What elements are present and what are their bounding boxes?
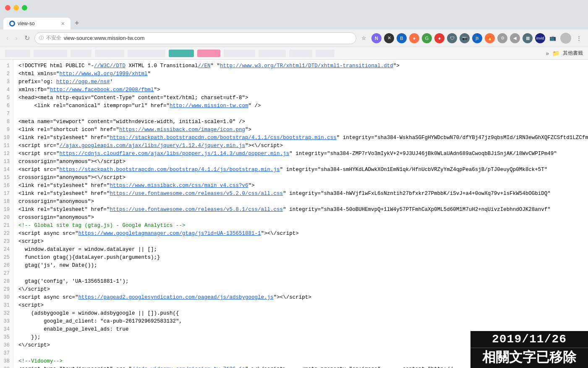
extension-icon-13[interactable]: invid [535, 33, 545, 43]
back-button[interactable]: ‹ [4, 34, 10, 43]
line-number: 10 [3, 134, 10, 142]
overlay-date: 2019/11/26 [470, 331, 588, 347]
line-number: 37 [3, 350, 10, 357]
bookmark-item-7[interactable] [197, 50, 220, 57]
code-line: <!DOCTYPE html PUBLIC "-//W3C//DTD XHTML… [18, 62, 583, 70]
code-line: crossorigin="anonymous"><\/script> [18, 174, 583, 182]
code-line: gtag('js', new Date()); [18, 262, 583, 270]
code-line: <link rel="stylesheet" href="https://use… [18, 190, 583, 198]
line-number: 1 [3, 62, 10, 70]
svg-point-0 [10, 22, 14, 25]
address-bar[interactable]: ⓘ 不安全 view-source:www.mission-tw.com [34, 32, 356, 44]
star-icon[interactable]: ☆ [359, 33, 369, 43]
extension-icon-9[interactable]: 🔥 [485, 33, 495, 43]
extension-icon-3[interactable]: ● [409, 33, 419, 43]
overlay-container: 2019/11/26 相關文字已移除 [470, 331, 588, 368]
extension-icon-11[interactable]: ◀ [510, 33, 520, 43]
line-number: 13 [3, 158, 10, 166]
traffic-lights [5, 5, 27, 11]
bookmark-item-6[interactable] [169, 50, 194, 57]
extension-icon-6[interactable]: 🛡 [447, 33, 457, 43]
minimize-button[interactable] [13, 5, 19, 11]
active-tab[interactable]: view-so × [3, 18, 71, 29]
extension-icon-7[interactable]: 📷 [460, 33, 470, 43]
extension-icon-1[interactable]: ✕ [384, 33, 394, 43]
line-number: 7 [3, 110, 10, 118]
notificationbell-icon[interactable]: N [371, 33, 382, 43]
code-line: xmlns:fb="http://www.facebook.com/2008/f… [18, 86, 583, 94]
code-line: <link rel="stylesheet" href="https://sta… [18, 134, 583, 142]
code-line: <script src="//ajax.googleapis.com/ajax/… [18, 142, 583, 150]
bookmark-item-11[interactable] [316, 50, 335, 57]
line-number: 34 [3, 326, 10, 334]
other-bookmarks-label[interactable]: 其他書籤 [563, 50, 583, 57]
bookmark-item-4[interactable] [95, 50, 124, 57]
line-number: 20 [3, 214, 10, 222]
extension-icon-4[interactable]: G [422, 33, 432, 43]
code-line: crossorigin="anonymous"> [18, 214, 583, 222]
bookmark-item-3[interactable] [71, 50, 91, 57]
overlay-text: 相關文字已移除 [470, 347, 588, 368]
line-number: 5 [3, 94, 10, 102]
forward-button[interactable]: › [13, 34, 19, 43]
bookmark-item-9[interactable] [259, 50, 286, 57]
extension-icon-8[interactable]: js [472, 33, 482, 43]
line-number: 26 [3, 262, 10, 270]
extension-icon-10[interactable]: ⚙ [497, 33, 507, 43]
code-line: google_ad_client: "ca-pub-26179296925831… [18, 318, 583, 326]
code-line: (adsbygoogle = window.adsbygoogle || [])… [18, 310, 583, 318]
line-numbers: 1234567891011121314151617181920212223242… [0, 60, 13, 368]
line-number: 15 [3, 174, 10, 182]
tab-favicon [9, 21, 15, 26]
url-display: view-source:www.mission-tw.com [64, 35, 145, 41]
line-number: 19 [3, 206, 10, 214]
bookmark-item-10[interactable] [289, 50, 312, 57]
code-line: <\/script> [18, 286, 583, 294]
line-number: 16 [3, 182, 10, 190]
bookmark-item-8[interactable] [224, 50, 255, 57]
maximize-button[interactable] [22, 5, 27, 11]
extension-icon-2[interactable]: B [397, 33, 407, 43]
security-warning: 不安全 [46, 34, 61, 42]
code-line [18, 270, 583, 278]
line-number: 29 [3, 286, 10, 294]
tab-close-button[interactable]: × [61, 20, 65, 27]
bookmark-item-1[interactable] [5, 50, 30, 57]
code-line: <script async src="https://pagead2.googl… [18, 294, 583, 302]
code-line: <html xmlns="http://www.w3.org/1999/xhtm… [18, 70, 583, 78]
code-line: function gtag(){dataLayer.push(arguments… [18, 254, 583, 262]
bookmarks-more-arrow[interactable]: » [546, 50, 549, 57]
code-line: <link rel="canonical" itemprop="url" hre… [18, 102, 583, 110]
close-button[interactable] [5, 5, 10, 11]
extension-icon-14[interactable]: 📺 [548, 33, 558, 43]
new-tab-button[interactable]: + [72, 17, 82, 29]
bookmark-item-2[interactable] [34, 50, 67, 57]
tab-bar: view-so × + [0, 15, 588, 29]
line-number: 39 [3, 365, 10, 368]
code-line: <script src="https://stackpath.bootstrap… [18, 166, 583, 174]
refresh-button[interactable]: ↻ [22, 33, 32, 43]
toolbar-icons: ☆ N ✕ B ● G ● 🛡 📷 js 🔥 ⚙ ◀ ▦ invid 📺 ⋮ [359, 33, 584, 44]
code-line: prefix='og: http://ogp.me/ns#' [18, 78, 583, 86]
line-number: 12 [3, 150, 10, 158]
code-line: <link rel="stylesheet" href="https://www… [18, 182, 583, 190]
line-number: 14 [3, 166, 10, 174]
line-number: 38 [3, 357, 10, 365]
line-number: 33 [3, 318, 10, 326]
line-number: 3 [3, 78, 10, 86]
code-line: <script src="https://cdnjs.cloudflare.co… [18, 150, 583, 158]
extension-icon-12[interactable]: ▦ [523, 33, 533, 43]
line-number: 11 [3, 142, 10, 150]
source-view: 1234567891011121314151617181920212223242… [0, 60, 588, 368]
line-number: 32 [3, 310, 10, 318]
address-bar-row: ‹ › ↻ ⓘ 不安全 view-source:www.mission-tw.c… [0, 29, 588, 47]
code-line: crossorigin="anonymous"> [18, 198, 583, 206]
bookmark-item-5[interactable] [128, 50, 165, 57]
code-line: gtag('config', 'UA-135651881-1'); [18, 278, 583, 286]
extension-icon-5[interactable]: ● [434, 33, 444, 43]
line-number: 25 [3, 254, 10, 262]
menu-button[interactable]: ⋮ [574, 33, 584, 43]
profile-avatar[interactable] [560, 33, 571, 44]
code-line: crossorigin="anonymous"><\/script> [18, 158, 583, 166]
line-number: 22 [3, 230, 10, 238]
